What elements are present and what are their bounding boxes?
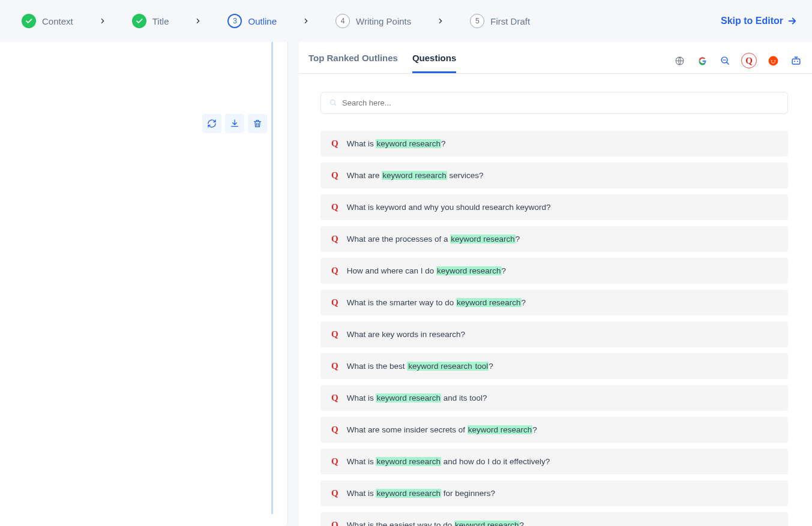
question-text: What is keyword research for beginners? <box>347 489 495 498</box>
step-label: Context <box>42 16 73 26</box>
robot-icon[interactable] <box>789 54 802 67</box>
quora-icon[interactable]: Q <box>741 53 757 68</box>
question-row[interactable]: QWhat is keyword research and its tool? <box>320 385 788 411</box>
step-label: Outline <box>248 16 277 26</box>
question-row[interactable]: QWhat are the processes of a keyword res… <box>320 226 788 252</box>
question-row[interactable]: QWhat is the smarter way to do keyword r… <box>320 290 788 315</box>
check-icon <box>22 14 36 28</box>
step-number: 3 <box>227 14 242 28</box>
quora-q-icon: Q <box>331 234 338 244</box>
quora-q-icon: Q <box>331 456 338 467</box>
research-pane: Top Ranked Outlines Questions Q <box>299 42 812 526</box>
outline-actions <box>202 114 267 133</box>
question-text: How and where can I do keyword research? <box>347 266 506 275</box>
search-box[interactable] <box>320 92 788 114</box>
globe-icon[interactable] <box>673 54 686 67</box>
tab-questions[interactable]: Questions <box>412 53 456 73</box>
chevron-right-icon <box>284 18 328 24</box>
svg-point-7 <box>794 61 795 62</box>
tab-top-ranked[interactable]: Top Ranked Outlines <box>308 53 398 73</box>
zoom-out-icon[interactable] <box>718 54 732 67</box>
search-input[interactable] <box>342 98 779 107</box>
question-row[interactable]: QWhat are key words in research? <box>320 321 788 347</box>
svg-point-3 <box>771 60 772 61</box>
quora-q-icon: Q <box>331 488 338 498</box>
step-title[interactable]: Title <box>125 14 176 28</box>
question-row[interactable]: QWhat is keyword research for beginners? <box>320 480 788 506</box>
question-row[interactable]: QWhat is keyword research and how do I d… <box>320 449 788 474</box>
arrow-right-icon <box>787 16 798 26</box>
question-text: What is the best keyword research tool? <box>347 362 493 371</box>
question-row[interactable]: QWhat is the easiest way to do keyword r… <box>320 512 788 526</box>
download-button[interactable] <box>225 114 244 133</box>
outline-editor-inner[interactable] <box>0 42 273 514</box>
delete-button[interactable] <box>248 114 267 133</box>
step-label: Title <box>152 16 169 26</box>
question-text: What is the easiest way to do keyword re… <box>347 521 524 526</box>
google-icon[interactable] <box>696 54 709 67</box>
step-first-draft[interactable]: 5 First Draft <box>463 14 537 28</box>
questions-content: QWhat is keyword research?QWhat are keyw… <box>299 74 812 526</box>
main-area: Top Ranked Outlines Questions Q <box>0 42 812 526</box>
chevron-right-icon <box>176 18 220 24</box>
question-row[interactable]: QWhat are some insider secrets of keywor… <box>320 417 788 443</box>
svg-rect-6 <box>792 59 800 64</box>
stepper-bar: Context Title 3 Outline 4 Writing Points… <box>0 0 812 42</box>
trash-icon <box>253 119 262 128</box>
outline-editor-pane <box>0 42 288 526</box>
check-icon <box>132 14 146 28</box>
quora-q-icon: Q <box>331 520 338 526</box>
refresh-icon <box>207 119 217 128</box>
source-filter-icons: Q <box>673 53 802 73</box>
step-context[interactable]: Context <box>14 14 80 28</box>
refresh-button[interactable] <box>202 114 221 133</box>
step-number: 4 <box>335 14 350 28</box>
question-text: What is keyword and why you should resea… <box>347 203 551 212</box>
step-writing-points[interactable]: 4 Writing Points <box>328 14 418 28</box>
question-row[interactable]: QWhat is keyword research? <box>320 131 788 157</box>
quora-q-icon: Q <box>331 425 338 435</box>
questions-list: QWhat is keyword research?QWhat are keyw… <box>320 131 788 526</box>
step-label: First Draft <box>490 16 530 26</box>
skip-to-editor-link[interactable]: Skip to Editor <box>721 16 798 26</box>
chevron-right-icon <box>418 18 463 24</box>
quora-q-icon: Q <box>331 361 338 371</box>
quora-q-icon: Q <box>331 329 338 339</box>
svg-point-2 <box>768 56 778 65</box>
question-text: What is keyword research and its tool? <box>347 393 487 402</box>
question-text: What is the smarter way to do keyword re… <box>347 298 526 307</box>
question-row[interactable]: QWhat is the best keyword research tool? <box>320 353 788 379</box>
quora-q-icon: Q <box>331 266 338 276</box>
question-text: What is keyword research? <box>347 139 446 148</box>
quora-q-icon: Q <box>331 202 338 212</box>
quora-q-icon: Q <box>331 297 338 308</box>
question-row[interactable]: QWhat are keyword research services? <box>320 163 788 188</box>
quora-q-icon: Q <box>331 170 338 181</box>
step-outline[interactable]: 3 Outline <box>220 14 284 28</box>
question-text: What are keyword research services? <box>347 171 484 180</box>
question-text: What is keyword research and how do I do… <box>347 457 550 466</box>
svg-point-4 <box>774 60 775 61</box>
question-text: What are key words in research? <box>347 330 465 339</box>
quora-q-icon: Q <box>331 393 338 403</box>
skip-label: Skip to Editor <box>721 16 783 26</box>
step-number: 5 <box>470 14 484 28</box>
tab-list: Top Ranked Outlines Questions <box>308 53 456 73</box>
question-text: What are the processes of a keyword rese… <box>347 235 520 244</box>
chevron-right-icon <box>80 18 125 24</box>
search-icon <box>329 99 337 107</box>
question-row[interactable]: QWhat is keyword and why you should rese… <box>320 194 788 220</box>
question-text: What are some insider secrets of keyword… <box>347 425 537 434</box>
download-icon <box>230 119 239 128</box>
reddit-icon[interactable] <box>766 54 780 67</box>
svg-point-8 <box>796 61 798 62</box>
question-row[interactable]: QHow and where can I do keyword research… <box>320 258 788 284</box>
quora-q-icon: Q <box>331 139 338 149</box>
research-tabs: Top Ranked Outlines Questions Q <box>299 42 812 74</box>
step-label: Writing Points <box>356 16 411 26</box>
steps-list: Context Title 3 Outline 4 Writing Points… <box>14 14 537 28</box>
